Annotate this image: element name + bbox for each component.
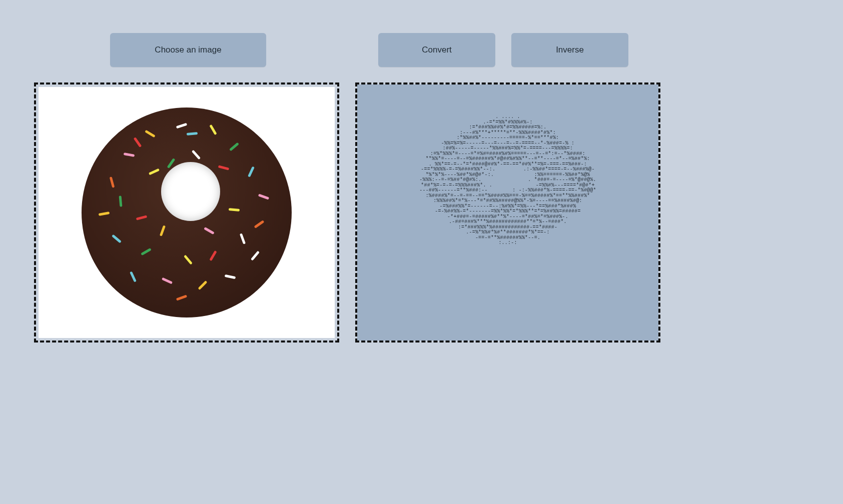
convert-button[interactable]: Convert [378,33,495,67]
inverse-button[interactable]: Inverse [511,33,628,67]
ascii-output-panel: . .... . .-=*=%%*#%%%#%-: :=*###%%##%*#=… [355,82,660,342]
donut-hole [161,162,220,221]
choose-image-button[interactable]: Choose an image [110,33,266,67]
app-root: Choose an image Convert Inverse [0,0,843,504]
ascii-art-text: . .... . .-=*=%%*#%%%#%-: :=*###%%##%*#=… [419,114,596,246]
image-preview-panel[interactable] [34,82,339,342]
inverse-label: Inverse [556,45,584,55]
donut-image [82,108,292,318]
convert-label: Convert [422,45,452,55]
image-preview [39,87,335,338]
choose-image-label: Choose an image [155,45,221,55]
ascii-output-box: . .... . .-=*=%%*#%%%#%-: :=*###%%##%*#=… [357,84,658,340]
panels-row: . .... . .-=*=%%*#%%%#%-: :=*###%%##%*#=… [34,82,660,342]
